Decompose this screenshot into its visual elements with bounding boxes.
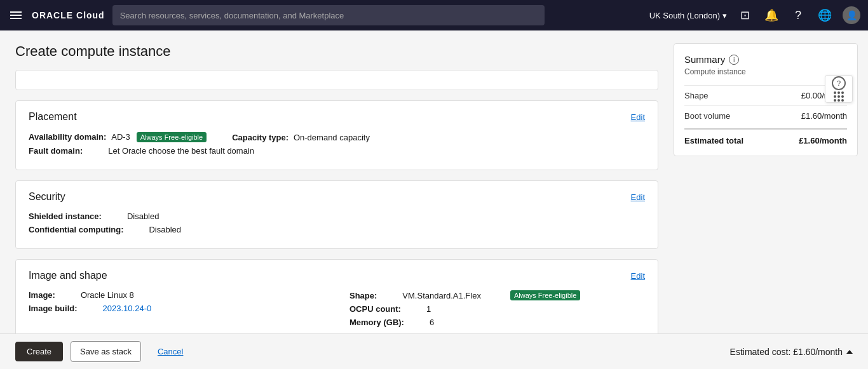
summary-boot-label: Boot volume [684,111,730,121]
summary-header: Summary i [684,54,847,65]
placement-fault-domain-row: Fault domain: Let Oracle choose the best… [29,146,645,156]
content-area: Create compute instance Placement Edit A… [0,30,674,333]
image-build-row: Image build: 2023.10.24-0 [29,304,324,313]
summary-subtitle: Compute instance [684,67,847,76]
shape-col: Shape: VM.Standard.A1.Flex Always Free-e… [349,290,645,331]
image-label: Image: [29,290,55,300]
summary-boot-value: £1.60/month [801,111,847,121]
security-section-header: Security Edit [29,191,645,203]
memory-row: Memory (GB): 6 [349,318,645,327]
memory-value: 6 [430,318,434,327]
capacity-type-field: Capacity type: On-demand capacity [232,132,370,142]
summary-shape-row: Shape £0.00/month [684,85,847,105]
fault-domain-value: Let Oracle choose the best fault domain [108,146,254,156]
region-chevron-icon: ▾ [722,11,727,20]
placement-edit-link[interactable]: Edit [631,112,645,122]
image-build-label: Image build: [29,304,78,313]
image-shape-header: Image and shape Edit [29,270,645,281]
region-label: UK South (London) [649,11,720,20]
confidential-label: Confidential computing: [29,225,123,234]
topnav-right-actions: UK South (London) ▾ ⊡ 🔔 ? 🌐 👤 [649,6,860,24]
always-free-badge: Always Free-eligible [137,132,207,142]
oracle-logo: ORACLE Cloud [32,10,105,20]
ocpu-label: OCPU count: [349,304,401,314]
image-value: Oracle Linux 8 [81,290,134,300]
estimated-cost-display: Estimated cost: £1.60/month [730,347,853,357]
notifications-bell-icon[interactable]: 🔔 [763,8,780,22]
shape-label: Shape: [349,291,377,300]
chevron-up-icon[interactable] [846,350,853,354]
save-as-stack-button[interactable]: Save as stack [71,341,141,362]
top-navigation: ORACLE Cloud UK South (London) ▾ ⊡ 🔔 ? 🌐… [0,0,868,30]
estimated-cost-label: Estimated cost: £1.60/month [730,347,843,357]
image-col: Image: Oracle Linux 8 Image build: 2023.… [29,290,324,331]
shape-always-free-badge: Always Free-eligible [510,290,580,300]
security-section: Security Edit Shielded instance: Disable… [15,180,658,249]
memory-label: Memory (GB): [349,318,404,327]
placement-title: Placement [29,111,77,123]
bottom-toolbar: Create Save as stack Cancel Estimated co… [0,333,868,369]
language-globe-icon[interactable]: 🌐 [816,8,834,22]
shape-row: Shape: VM.Standard.A1.Flex Always Free-e… [349,290,645,300]
image-row: Image: Oracle Linux 8 [29,290,324,300]
image-shape-body: Image: Oracle Linux 8 Image build: 2023.… [29,290,645,331]
placement-availability-row: Availability domain: AD-3 Always Free-el… [29,131,645,142]
summary-total-row: Estimated total £1.60/month [684,128,847,145]
page-title: Create compute instance [15,43,658,60]
truncated-section [15,70,658,90]
console-icon[interactable]: ⊡ [736,8,754,22]
security-title: Security [29,191,65,203]
cancel-button[interactable]: Cancel [149,342,192,361]
shielded-instance-row: Shielded instance: Disabled [29,211,645,221]
hamburger-menu-icon[interactable] [8,9,24,22]
placement-section: Placement Edit Availability domain: AD-3… [15,100,658,170]
help-question-icon[interactable]: ? [789,9,807,22]
confidential-computing-row: Confidential computing: Disabled [29,225,645,234]
image-build-value: 2023.10.24-0 [103,304,152,313]
shielded-value: Disabled [127,211,159,221]
region-selector[interactable]: UK South (London) ▾ [649,11,727,20]
search-input[interactable] [112,5,545,25]
shape-value: VM.Standard.A1.Flex [402,291,481,300]
fault-domain-label: Fault domain: [29,146,83,156]
shielded-label: Shielded instance: [29,211,102,221]
summary-info-icon[interactable]: i [729,55,739,65]
image-shape-edit-link[interactable]: Edit [631,271,645,281]
main-wrapper: Create compute instance Placement Edit A… [0,30,868,333]
image-shape-section: Image and shape Edit Image: Oracle Linux… [15,259,658,333]
availability-domain-label: Availability domain: AD-3 Always Free-el… [29,131,207,142]
summary-total-value: £1.60/month [799,136,847,145]
summary-total-label: Estimated total [684,136,743,145]
confidential-value: Disabled [149,225,181,234]
image-shape-title: Image and shape [29,270,107,281]
user-avatar[interactable]: 👤 [843,6,860,24]
ocpu-row: OCPU count: 1 [349,304,645,314]
summary-boot-row: Boot volume £1.60/month [684,105,847,126]
security-edit-link[interactable]: Edit [631,192,645,202]
create-button[interactable]: Create [15,342,63,361]
ocpu-value: 1 [426,304,431,314]
summary-title: Summary [684,54,725,65]
summary-shape-label: Shape [684,91,709,100]
placement-section-header: Placement Edit [29,111,645,123]
